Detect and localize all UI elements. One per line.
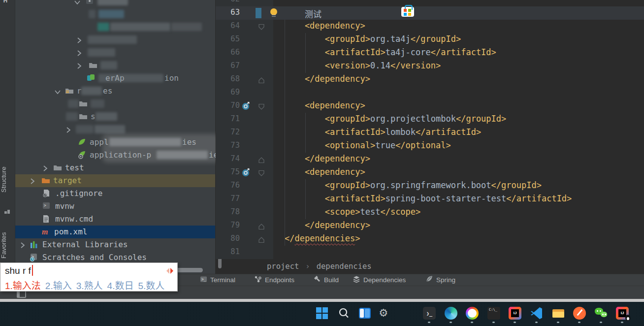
toolwindow-button-dependencies[interactable]: Dependencies — [353, 274, 406, 286]
code-token: ta4j-core — [386, 47, 431, 57]
indent-guide — [305, 179, 306, 219]
tree-row[interactable]: target — [15, 174, 215, 187]
taskbar-icon-postman[interactable] — [573, 307, 586, 320]
fold-up-icon[interactable] — [258, 223, 265, 229]
ime-candidate-4[interactable]: 4.数日 — [107, 281, 134, 291]
tree-row[interactable]: res — [15, 85, 215, 98]
editor-line[interactable]: 62 — [224, 0, 644, 6]
editor-line[interactable]: 70 <dependency> — [224, 99, 644, 113]
tree-row[interactable]: erApion — [15, 72, 215, 85]
tree-row[interactable] — [15, 33, 215, 46]
tree-item-label: mvnw — [55, 201, 74, 211]
toolwindow-button-label: Build — [324, 276, 339, 284]
taskbar-icon-navicat[interactable] — [466, 307, 479, 320]
taskbar-icon-microsoft-store[interactable] — [401, 7, 414, 17]
chevron-right-icon[interactable] — [76, 62, 82, 71]
tree-row[interactable] — [15, 21, 215, 33]
line-number: 79 — [224, 221, 240, 229]
editor-line[interactable]: 73 <optional>true</optional> — [224, 139, 644, 153]
taskbar-icon-task-view[interactable] — [358, 307, 371, 320]
maven-dependency-gutter-icon[interactable] — [242, 168, 251, 177]
editor-line[interactable]: 71 <groupId>org.projectlombok</groupId> — [224, 113, 644, 126]
tree-row[interactable]: .gitignore — [15, 187, 215, 200]
running-indicator — [600, 322, 602, 323]
taskbar-icon-file-explorer[interactable] — [552, 307, 565, 320]
taskbar-icon-windows-start[interactable] — [316, 307, 328, 320]
tree-row[interactable] — [15, 46, 215, 59]
taskbar-icon-vscode[interactable] — [530, 307, 543, 320]
tree-row[interactable]: >mvnw — [15, 200, 215, 213]
tree-row[interactable]: mvnw.cmd — [15, 213, 215, 226]
fold-down-icon[interactable] — [258, 23, 265, 30]
editor-line[interactable]: 63 测试 — [224, 6, 644, 20]
toolwindow-button-endpoints[interactable]: Endpoints — [254, 274, 294, 286]
editor-line[interactable]: 72 <artifactId>lombok</artifactId> — [224, 126, 644, 139]
stripe-button-structure[interactable]: Structure — [0, 154, 15, 205]
tree-row[interactable] — [15, 59, 215, 72]
chevron-right-icon[interactable] — [76, 49, 82, 59]
code-text: </dependency> — [264, 74, 370, 84]
editor-line[interactable]: 69 — [224, 86, 644, 99]
taskbar-icon-settings[interactable]: ⚙ — [380, 307, 393, 320]
folder-icon — [79, 112, 88, 122]
code-token: lombok — [386, 127, 416, 137]
editor-line[interactable]: 79 </dependency> — [224, 219, 644, 232]
chevron-right-icon[interactable] — [42, 164, 48, 174]
breadcrumb-item-dependencies[interactable]: dependencies — [317, 262, 372, 271]
taskbar-icon-windows-terminal[interactable]: ❯_ — [423, 307, 436, 320]
taskbar-icon-cmd[interactable]: C:\_ — [487, 307, 500, 320]
editor-line[interactable]: 77 <artifactId>spring-boot-starter-test<… — [224, 193, 644, 206]
code-token: </optional> — [395, 140, 451, 150]
maven-dependency-gutter-icon[interactable] — [242, 101, 251, 110]
toolwindow-button-build[interactable]: Build — [313, 274, 339, 286]
tree-row[interactable] — [15, 98, 215, 110]
ime-next-page-icon[interactable] — [170, 268, 173, 274]
fold-down-icon[interactable] — [258, 103, 265, 110]
line-number: 75 — [224, 167, 240, 176]
editor-line[interactable]: 75 <dependency> — [224, 166, 644, 179]
tree-row[interactable]: s — [15, 110, 215, 123]
taskbar-icon-search[interactable] — [337, 307, 350, 320]
editor-line[interactable]: 68 </dependency> — [224, 73, 644, 86]
ime-candidate-3[interactable]: 3.熟人 — [76, 281, 103, 291]
editor-line[interactable]: 74 </dependency> — [224, 153, 644, 166]
ime-candidate-2[interactable]: 2.输入 — [45, 281, 72, 291]
tree-row[interactable] — [15, 8, 215, 21]
editor-line[interactable]: 67 <version>0.14</version> — [224, 60, 644, 73]
editor-line[interactable]: 66 <artifactId>ta4j-core</artifactId> — [224, 46, 644, 60]
chevron-right-icon[interactable] — [20, 241, 26, 251]
editor-line[interactable]: 65 <groupId>org.ta4j</groupId> — [224, 33, 644, 46]
structure-icon[interactable] — [4, 209, 10, 215]
tree-row[interactable]: External Libraries — [15, 238, 215, 251]
fold-up-icon[interactable] — [258, 156, 265, 163]
editor-line[interactable]: 76 <groupId>org.springframework.boot</gr… — [224, 179, 644, 193]
ime-candidate-1[interactable]: 1.输入法 — [5, 281, 41, 291]
editor-line[interactable]: 64 <dependency> — [224, 20, 644, 33]
editor-line[interactable]: 80 </dependencies> — [224, 232, 644, 246]
fold-up-icon[interactable] — [258, 76, 265, 83]
taskbar-icon-intellij-idea[interactable]: IJ — [509, 307, 521, 320]
toolwindow-button-spring[interactable]: Spring — [425, 274, 455, 286]
hammer-icon — [313, 275, 321, 284]
tree-row[interactable]: test — [15, 162, 215, 174]
ime-prev-page-icon[interactable] — [166, 268, 169, 274]
code-text: <groupId>org.springframework.boot</group… — [264, 180, 542, 190]
ime-input-text[interactable]: shu r f — [5, 265, 31, 276]
ime-candidate-5[interactable]: 5.数人 — [138, 281, 164, 291]
chevron-right-icon[interactable] — [76, 36, 82, 46]
tree-row[interactable]: mpom.xml — [15, 226, 215, 238]
chevron-right-icon[interactable] — [30, 177, 35, 187]
taskbar-icon-intellij-idea-linux[interactable]: IJ — [616, 307, 629, 320]
tree-row[interactable] — [15, 0, 215, 8]
editor-line[interactable]: 78 <scope>test</scope> — [224, 206, 644, 219]
chevron-right-icon[interactable] — [65, 126, 71, 135]
taskbar-icon-edge-browser[interactable] — [445, 307, 457, 320]
chevron-down-icon[interactable] — [74, 0, 81, 7]
toolwindow-button-terminal[interactable]: >_Terminal — [200, 274, 235, 286]
fold-down-icon[interactable] — [258, 169, 265, 176]
fold-up-icon[interactable] — [258, 236, 265, 243]
editor-line[interactable]: 81 — [224, 246, 644, 259]
taskbar-icon-wechat[interactable] — [595, 307, 608, 320]
chevron-down-icon[interactable] — [54, 88, 61, 97]
breadcrumb-item-project[interactable]: project — [267, 262, 299, 271]
